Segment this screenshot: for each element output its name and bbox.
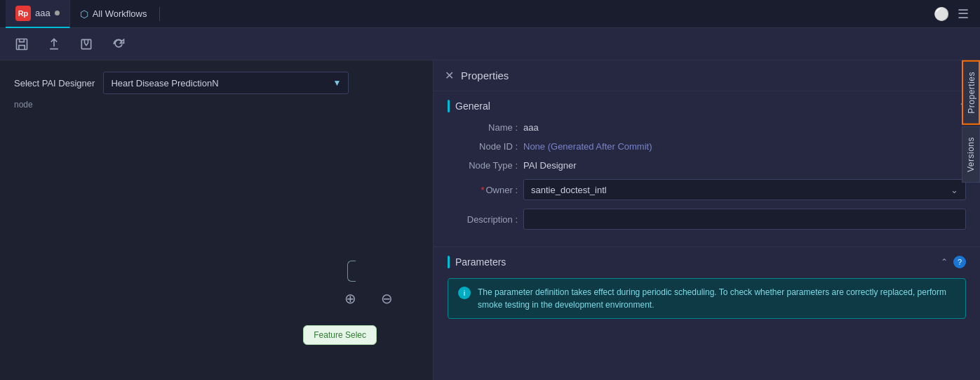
owner-select[interactable]: santie_doctest_intl ⌄	[523, 179, 966, 200]
side-tabs: Properties Versions	[962, 60, 980, 380]
node-id-value: None (Generated After Commit)	[523, 141, 652, 152]
tab-name: aaa	[35, 8, 51, 18]
tab-divider	[159, 7, 160, 21]
download-button[interactable]	[76, 34, 97, 55]
node-label: node	[14, 100, 33, 110]
tab-unsaved-dot	[55, 11, 60, 15]
parameters-section-title: Parameters	[455, 256, 506, 268]
node-id-field-row: Node ID : None (Generated After Commit)	[448, 141, 966, 152]
side-tab-properties[interactable]: Properties	[962, 60, 980, 125]
owner-required-star: *	[481, 185, 484, 195]
description-field-row: Description :	[448, 209, 966, 230]
feature-node-label: Feature Selec	[314, 330, 366, 340]
svg-rect-0	[17, 39, 27, 49]
node-type-label: Node Type :	[448, 160, 518, 171]
owner-label: *Owner :	[448, 185, 518, 195]
workflow-icon: ⬡	[80, 8, 88, 20]
side-tab-versions[interactable]: Versions	[962, 126, 980, 183]
feature-select-node[interactable]: Feature Selec	[303, 325, 377, 345]
general-section: General ⌃ Name : aaa Node ID : None (Gen…	[434, 91, 980, 247]
parameters-info-box: i The parameter definition takes effect …	[448, 278, 966, 319]
top-bar-right: ⚪ ☰	[934, 6, 974, 22]
general-title-row: General	[448, 100, 490, 112]
tab-logo: Rp	[15, 6, 31, 21]
select-pai-label: Select PAI Designer	[14, 78, 95, 89]
main-content: Select PAI Designer Heart Disease Predic…	[0, 60, 980, 380]
toolbar	[0, 28, 980, 60]
name-label: Name :	[448, 122, 518, 133]
description-input[interactable]	[523, 209, 966, 230]
general-accent	[448, 100, 450, 112]
properties-panel: ✕ Properties General ⌃ Name : aaa Node I…	[433, 60, 980, 380]
select-pai-dropdown-value: Heart Disease PredictionN	[111, 78, 218, 89]
properties-header: ✕ Properties	[434, 60, 980, 91]
general-section-title: General	[455, 100, 490, 112]
node-type-field-row: Node Type : PAI Designer	[448, 160, 966, 171]
check-circle-icon[interactable]: ⚪	[934, 6, 949, 22]
node-id-label: Node ID :	[448, 141, 518, 152]
owner-field-row: *Owner : santie_doctest_intl ⌄	[448, 179, 966, 200]
params-accent	[448, 256, 450, 268]
save-button[interactable]	[11, 34, 32, 55]
tab-aaa[interactable]: Rp aaa	[6, 0, 70, 28]
zoom-out-button[interactable]: ⊖	[375, 287, 398, 310]
zoom-in-button[interactable]: ⊕	[339, 287, 361, 310]
canvas-controls: ⊕ ⊖	[339, 287, 398, 310]
owner-select-value: santie_doctest_intl	[531, 185, 607, 195]
parameters-section: Parameters ⌃ ? i The parameter definitio…	[434, 247, 980, 327]
owner-select-arrow-icon: ⌄	[951, 185, 958, 195]
canvas-area: Select PAI Designer Heart Disease Predic…	[0, 60, 433, 380]
tab-workflow-name: All Workflows	[93, 8, 147, 19]
node-type-value: PAI Designer	[523, 160, 577, 171]
parameters-title-row: Parameters	[448, 256, 506, 268]
description-label: Description :	[448, 214, 518, 225]
parameters-header: Parameters ⌃ ?	[448, 256, 966, 268]
svg-rect-1	[81, 39, 90, 48]
select-pai-dropdown[interactable]: Heart Disease PredictionN ▼	[103, 72, 349, 94]
properties-close-button[interactable]: ✕	[445, 69, 454, 82]
name-field-row: Name : aaa	[448, 122, 966, 133]
top-bar: Rp aaa ⬡ All Workflows ⚪ ☰	[0, 0, 980, 28]
upload-button[interactable]	[43, 34, 65, 55]
properties-title: Properties	[461, 70, 509, 81]
general-section-header: General ⌃	[448, 100, 966, 112]
parameters-info-text: The parameter definition takes effect du…	[478, 286, 955, 311]
menu-icon[interactable]: ☰	[958, 6, 969, 22]
connector-shape	[347, 261, 356, 282]
info-circle-icon: i	[458, 287, 471, 299]
tab-all-workflows[interactable]: ⬡ All Workflows	[70, 0, 157, 28]
select-pai-row: Select PAI Designer Heart Disease Predic…	[0, 60, 433, 94]
chevron-down-icon: ▼	[333, 78, 341, 88]
parameters-collapse-icon[interactable]: ⌃	[941, 257, 948, 267]
refresh-button[interactable]	[108, 34, 129, 55]
name-value: aaa	[523, 122, 539, 133]
